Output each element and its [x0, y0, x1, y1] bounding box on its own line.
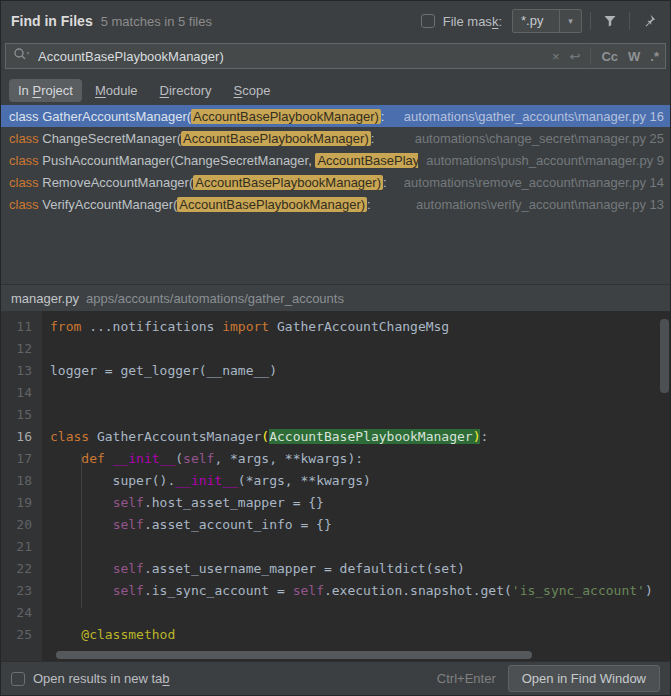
line-number: 21 — [1, 536, 42, 558]
filter-icon[interactable] — [599, 10, 621, 32]
code-text: super().__init__(*args, **kwargs) — [42, 470, 371, 492]
result-row[interactable]: class RemoveAccountManager(AccountBasePl… — [1, 171, 670, 193]
find-in-files-dialog: Find in Files 5 matches in 5 files File … — [0, 0, 671, 696]
code-text — [42, 338, 50, 360]
line-number: 14 — [1, 382, 42, 404]
line-number: 24 — [1, 602, 42, 624]
result-code: class PushAccountManager(ChangeSecretMan… — [9, 153, 418, 168]
result-row[interactable]: class ChangeSecretManager(AccountBasePla… — [1, 127, 670, 149]
result-row[interactable]: class GatherAccountsManager(AccountBaseP… — [1, 105, 670, 127]
line-number: 20 — [1, 514, 42, 536]
vertical-scrollbar-thumb[interactable] — [660, 319, 669, 393]
file-mask-value: *.py — [513, 10, 559, 32]
divider — [629, 12, 630, 30]
preview-file-path: apps/accounts/automations/gather_account… — [86, 291, 344, 306]
code-line[interactable]: 24 — [1, 602, 670, 624]
titlebar: Find in Files 5 matches in 5 files File … — [1, 1, 670, 41]
result-file-path: automations\remove_account\manager.py 14 — [404, 175, 664, 190]
result-code: class ChangeSecretManager(AccountBasePla… — [9, 131, 407, 146]
line-number: 16 — [1, 426, 42, 448]
code-line[interactable]: 25 @classmethod — [1, 624, 670, 646]
line-number: 22 — [1, 558, 42, 580]
result-row[interactable]: class PushAccountManager(ChangeSecretMan… — [1, 149, 670, 171]
whole-words-toggle[interactable]: W — [628, 49, 640, 64]
match-highlight: AccountBasePlaybookManager) — [177, 197, 367, 212]
result-file-path: automations\push_account\manager.py 9 — [426, 153, 664, 168]
search-input[interactable]: AccountBasePlaybookManager) × ↩ Cc W .* — [5, 43, 666, 69]
code-text — [42, 382, 50, 404]
scope-tab[interactable]: In Project — [9, 79, 82, 102]
code-preview[interactable]: 11from ...notifications import GatherAcc… — [1, 311, 670, 661]
result-file-path: automations\verify_account\manager.py 13 — [416, 197, 664, 212]
code-text: @classmethod — [42, 624, 175, 646]
scope-tab[interactable]: Scope — [225, 79, 280, 102]
line-number: 23 — [1, 580, 42, 602]
result-code: class RemoveAccountManager(AccountBasePl… — [9, 175, 396, 190]
match-case-toggle[interactable]: Cc — [601, 49, 618, 64]
code-line[interactable]: 22 self.asset_username_mapper = defaultd… — [1, 558, 670, 580]
code-text: self.is_sync_account = self.execution.sn… — [42, 580, 653, 602]
open-results-checkbox[interactable] — [11, 672, 25, 686]
code-text: self.asset_username_mapper = defaultdict… — [42, 558, 465, 580]
search-query-text: AccountBasePlaybookManager) — [38, 49, 552, 64]
code-line[interactable]: 14 — [1, 382, 670, 404]
result-line-number: 16 — [646, 109, 664, 124]
chevron-down-icon[interactable]: ▾ — [559, 10, 581, 32]
pin-icon[interactable] — [638, 10, 660, 32]
divider — [590, 12, 591, 30]
match-highlight: AccountBasePlaybookManager) — [315, 153, 418, 168]
line-number: 18 — [1, 470, 42, 492]
result-line-number: 13 — [646, 197, 664, 212]
scope-tab[interactable]: Module — [86, 79, 147, 102]
file-mask-combobox[interactable]: *.py ▾ — [512, 9, 582, 33]
code-line[interactable]: 17 def __init__(self, *args, **kwargs): — [1, 448, 670, 470]
line-number: 13 — [1, 360, 42, 382]
result-row[interactable]: class VerifyAccountManager(AccountBasePl… — [1, 193, 670, 215]
code-text: class GatherAccountsManager(AccountBaseP… — [42, 426, 488, 448]
code-line[interactable]: 20 self.asset_account_info = {} — [1, 514, 670, 536]
result-line-number: 25 — [646, 131, 664, 146]
search-row: AccountBasePlaybookManager) × ↩ Cc W .* — [1, 41, 670, 75]
result-code: class GatherAccountsManager(AccountBaseP… — [9, 109, 396, 124]
footer-actions: Ctrl+Enter Open in Find Window — [437, 665, 660, 692]
horizontal-scrollbar-thumb[interactable] — [56, 651, 532, 659]
clear-search-icon[interactable]: × — [552, 49, 560, 64]
search-icon[interactable] — [12, 46, 32, 66]
code-text: def __init__(self, *args, **kwargs): — [42, 448, 363, 470]
code-text — [42, 602, 50, 624]
scope-tabs: In ProjectModuleDirectoryScope — [1, 75, 670, 105]
code-text — [42, 536, 50, 558]
code-text: self.asset_account_info = {} — [42, 514, 332, 536]
code-text: self.host_asset_mapper = {} — [42, 492, 324, 514]
result-line-number: 9 — [653, 153, 664, 168]
results-list: class GatherAccountsManager(AccountBaseP… — [1, 105, 670, 284]
result-file-path: automations\gather_accounts\manager.py 1… — [404, 109, 664, 124]
scope-tab[interactable]: Directory — [151, 79, 221, 102]
code-text: from ...notifications import GatherAccou… — [42, 316, 449, 338]
line-number: 11 — [1, 316, 42, 338]
code-line[interactable]: 18 super().__init__(*args, **kwargs) — [1, 470, 670, 492]
file-mask-label: File mask: — [443, 14, 502, 29]
result-file-path: automations\change_secret\manager.py 25 — [415, 131, 664, 146]
open-in-find-window-button[interactable]: Open in Find Window — [508, 665, 660, 692]
code-line[interactable]: 19 self.host_asset_mapper = {} — [1, 492, 670, 514]
code-line[interactable]: 21 — [1, 536, 670, 558]
code-line[interactable]: 13logger = get_logger(__name__) — [1, 360, 670, 382]
code-lines: 11from ...notifications import GatherAcc… — [1, 316, 670, 646]
regex-toggle[interactable]: .* — [650, 49, 659, 64]
result-line-number: 14 — [646, 175, 664, 190]
match-highlight: AccountBasePlaybookManager) — [181, 131, 371, 146]
code-line[interactable]: 23 self.is_sync_account = self.execution… — [1, 580, 670, 602]
divider — [590, 47, 591, 65]
shortcut-hint: Ctrl+Enter — [437, 671, 496, 686]
code-text: logger = get_logger(__name__) — [42, 360, 277, 382]
result-code: class VerifyAccountManager(AccountBasePl… — [9, 197, 408, 212]
insert-newline-icon[interactable]: ↩ — [570, 49, 581, 64]
open-results-label: Open results in new tab — [33, 671, 170, 686]
code-line[interactable]: 15 — [1, 404, 670, 426]
code-line[interactable]: 16class GatherAccountsManager(AccountBas… — [1, 426, 670, 448]
code-line[interactable]: 12 — [1, 338, 670, 360]
match-highlight: AccountBasePlaybookManager) — [193, 175, 383, 190]
code-line[interactable]: 11from ...notifications import GatherAcc… — [1, 316, 670, 338]
file-mask-checkbox[interactable] — [421, 14, 435, 28]
